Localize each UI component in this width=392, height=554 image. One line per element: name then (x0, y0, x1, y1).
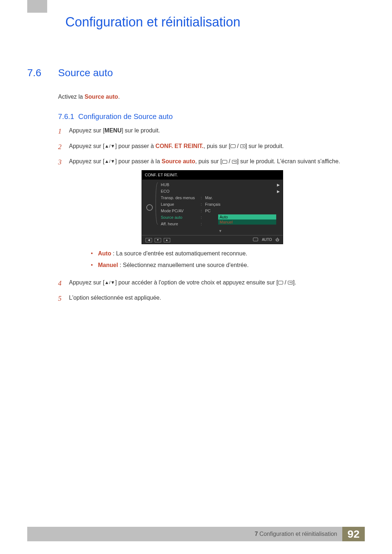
step-5: 5 L'option sélectionnée est appliquée. (58, 294, 367, 304)
highlight: Source auto (162, 158, 195, 164)
highlight: CONF. ET REINIT. (155, 143, 203, 149)
step-body: Appuyez sur [MENU] sur le produit. (69, 126, 367, 137)
osd-row-hub: HUB▶ (161, 182, 280, 188)
osd-nav-icons: ◀ ▼ ▲ (146, 237, 172, 242)
osd-title: CONF. ET REINIT. (142, 171, 283, 180)
intro-post: . (118, 94, 119, 100)
gear-icon (145, 182, 154, 234)
text: ] pour passer à (115, 143, 155, 149)
text: , puis sur [ (195, 158, 222, 164)
text: , puis sur [ (204, 143, 230, 149)
step-1: 1 Appuyez sur [MENU] sur le produit. (58, 126, 367, 137)
text: ]. (293, 279, 296, 286)
text: ] sur le produit. (245, 143, 284, 149)
text: : Sélectionnez manuellement une source d… (118, 262, 249, 268)
chevron-down-icon: ▼ (161, 228, 280, 234)
bullet-auto: ● Auto : La source d'entrée est automati… (91, 249, 367, 258)
up-down-icon: ▲/▼ (105, 158, 115, 165)
intro-text: Activez la Source auto. (58, 94, 120, 100)
osd-menu: HUB▶ ECO▶ Transp. des menus:Mar. Langue:… (161, 182, 280, 234)
section-heading: 7.6 Source auto (27, 67, 113, 79)
step-body: Appuyez sur [▲/▼] pour passer à la Sourc… (69, 157, 367, 273)
value: Mar. (205, 195, 280, 201)
page-footer: 7 Configuration et réinitialisation 92 (27, 527, 365, 541)
bullet-icon: ● (91, 261, 98, 270)
label: Langue (161, 201, 201, 208)
enter-icon (288, 281, 293, 284)
nav-left-icon: ◀ (146, 238, 152, 242)
up-down-icon: ▲/▼ (105, 279, 115, 286)
text: ] sur le produit. L'écran suivant s'affi… (237, 158, 340, 164)
osd-row-transp: Transp. des menus:Mar. (161, 195, 280, 201)
header-tab (27, 0, 47, 13)
step-body: Appuyez sur [▲/▼] pour accéder à l'optio… (69, 278, 367, 289)
step-2: 2 Appuyez sur [▲/▼] pour passer à CONF. … (58, 142, 367, 152)
nav-up-icon: ▲ (164, 238, 170, 242)
text: Appuyez sur [ (69, 279, 105, 286)
osd-dropdown: Auto Manuel (218, 214, 276, 225)
label: Mode PC/AV (161, 208, 201, 214)
text: ] pour accéder à l'option de votre choix… (115, 279, 278, 286)
step-number: 4 (58, 278, 69, 289)
osd-row-eco: ECO▶ (161, 188, 280, 195)
enter-icon (232, 160, 237, 164)
nav-down-icon: ▼ (155, 238, 161, 242)
rect-icon (222, 160, 227, 164)
value: PC (205, 208, 280, 214)
menu-key: MENU (105, 127, 122, 134)
section-title: Source auto (58, 67, 113, 79)
intro-highlight: Source auto (85, 94, 118, 100)
footer-bar: 7 Configuration et réinitialisation (27, 527, 342, 541)
highlight: Manuel (98, 262, 118, 268)
text: Appuyez sur [ (69, 127, 105, 134)
chevron-right-icon: ▶ (277, 182, 280, 188)
text: : La source d'entrée est automatiquement… (111, 250, 247, 257)
power-icon: ⏻ (275, 237, 279, 242)
footer-chapter-number: 7 (255, 531, 258, 537)
up-down-icon: ▲/▼ (105, 143, 115, 150)
bullet-list: ● Auto : La source d'entrée est automati… (91, 249, 367, 270)
text: ] sur le produit. (122, 127, 160, 134)
osd-bottom-bar: ◀ ▼ ▲ AUTO ⏻ (142, 235, 283, 244)
highlight: Auto (98, 250, 111, 257)
osd-auto-label: AUTO (262, 237, 272, 242)
step-body: L'option sélectionnée est appliquée. (69, 294, 367, 304)
section-number: 7.6 (27, 67, 58, 79)
subsection-title: Configuration de Source auto (78, 112, 173, 120)
subsection-heading: 7.6.1 Configuration de Source auto (58, 112, 173, 121)
osd-option-manuel: Manuel (218, 219, 276, 225)
chevron-right-icon: ▶ (277, 189, 280, 194)
osd-screenshot: CONF. ET REINIT. HUB▶ ECO▶ Transp. des m… (142, 170, 283, 244)
rect-icon (230, 144, 236, 148)
bullet-manuel: ● Manuel : Sélectionnez manuellement une… (91, 261, 367, 270)
steps-list: 1 Appuyez sur [MENU] sur le produit. 2 A… (58, 126, 367, 309)
label: Source auto (161, 214, 201, 221)
text: Appuyez sur [ (69, 158, 105, 164)
step-number: 1 (58, 126, 69, 137)
osd-row-mode: Mode PC/AV:PC (161, 208, 280, 214)
enter-icon (240, 144, 245, 148)
footer-chapter-label: Configuration et réinitialisation (260, 531, 337, 537)
label: Aff. heure (161, 221, 201, 227)
page-number: 92 (342, 527, 365, 541)
osd-body: HUB▶ ECO▶ Transp. des menus:Mar. Langue:… (142, 180, 283, 235)
value: Français (205, 201, 280, 208)
step-3: 3 Appuyez sur [▲/▼] pour passer à la Sou… (58, 157, 367, 273)
osd-row-langue: Langue:Français (161, 201, 280, 208)
text: ] pour passer à la (115, 158, 162, 164)
step-number: 2 (58, 142, 69, 152)
intro-pre: Activez la (58, 94, 85, 100)
step-number: 5 (58, 294, 69, 304)
label: Transp. des menus (161, 195, 201, 201)
step-4: 4 Appuyez sur [▲/▼] pour accéder à l'opt… (58, 278, 367, 289)
text: Appuyez sur [ (69, 143, 105, 149)
subsection-number: 7.6.1 (58, 112, 74, 120)
step-body: Appuyez sur [▲/▼] pour passer à CONF. ET… (69, 142, 367, 152)
label: HUB (161, 182, 201, 188)
step-number: 3 (58, 157, 69, 273)
osd-bracket (155, 182, 159, 234)
enter-icon (253, 238, 258, 241)
osd-option-auto: Auto (218, 214, 276, 219)
bullet-icon: ● (91, 249, 98, 258)
chapter-title: Configuration et réinitialisation (65, 15, 240, 30)
